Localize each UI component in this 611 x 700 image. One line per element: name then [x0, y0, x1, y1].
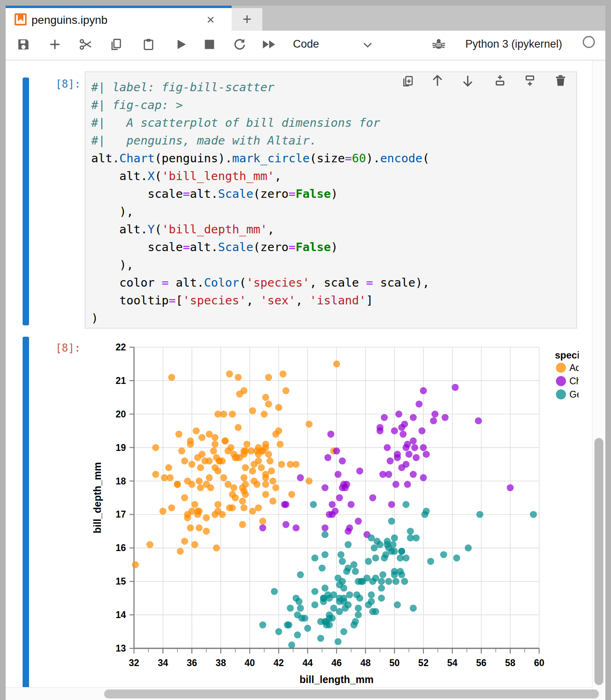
svg-text:40: 40: [245, 658, 255, 668]
kernel-idle-circle-icon: [583, 36, 595, 48]
svg-text:18: 18: [115, 476, 126, 486]
svg-text:17: 17: [115, 509, 126, 520]
interrupt-kernel-button[interactable]: [203, 38, 218, 52]
paste-icon: [142, 38, 157, 51]
svg-text:bill_length_mm: bill_length_mm: [299, 674, 373, 685]
chevron-down-icon[interactable]: [361, 40, 375, 52]
svg-text:bill_depth_mm: bill_depth_mm: [92, 462, 103, 533]
svg-text:22: 22: [115, 342, 126, 352]
arrow-up-icon: [431, 82, 444, 88]
insert-below-icon: [523, 82, 536, 88]
new-tab-button[interactable]: +: [232, 8, 262, 31]
duplicate-cell-button[interactable]: [402, 74, 415, 88]
svg-text:60: 60: [534, 658, 544, 668]
save-icon: [17, 38, 31, 51]
copy-cells-button[interactable]: [110, 38, 124, 52]
fast-forward-icon: [262, 38, 276, 51]
code-editor[interactable]: #| label: fig-bill-scatter#| fig-cap: >#…: [85, 71, 577, 329]
svg-text:19: 19: [115, 442, 126, 453]
play-icon: [174, 38, 189, 51]
svg-text:20: 20: [115, 409, 126, 419]
run-cell-button[interactable]: [174, 38, 189, 52]
cell-type-select[interactable]: Code: [293, 38, 319, 50]
insert-above-icon: [494, 82, 506, 88]
svg-text:44: 44: [302, 658, 313, 668]
code-lines: #| label: fig-bill-scatter#| fig-cap: >#…: [91, 78, 429, 327]
debugger-toggle[interactable]: [432, 37, 446, 53]
cut-cells-button[interactable]: [79, 38, 94, 52]
output-prompt: [8]:: [34, 339, 81, 357]
paste-cells-button[interactable]: [142, 38, 157, 52]
tab-title: penguins.ipynb: [31, 14, 107, 27]
move-cell-down-button[interactable]: [461, 74, 475, 88]
jupyterlab-window: penguins.ipynb × +: [0, 0, 611, 700]
svg-text:14: 14: [115, 610, 126, 620]
svg-text:42: 42: [274, 658, 284, 668]
svg-text:16: 16: [115, 543, 126, 553]
notebook-panel: penguins.ipynb × +: [6, 6, 605, 700]
svg-text:34: 34: [158, 658, 168, 668]
svg-text:Gentoo: Gentoo: [569, 389, 579, 400]
horizontal-scrollbar-thumb[interactable]: [104, 690, 599, 698]
bug-icon: [432, 46, 446, 53]
arrow-down-icon: [461, 82, 474, 88]
svg-text:50: 50: [389, 658, 400, 668]
notebook-icon: [15, 13, 27, 25]
close-tab-icon[interactable]: ×: [207, 11, 215, 27]
scissors-icon: [79, 38, 94, 51]
plus-icon: [48, 38, 63, 51]
delete-cell-button[interactable]: [554, 74, 568, 88]
svg-text:Adelie: Adelie: [569, 363, 579, 373]
svg-text:46: 46: [331, 658, 342, 668]
input-prompt: [8]:: [34, 75, 81, 93]
notebook-toolbar: Code Python 3 (ipykernel): [6, 31, 605, 60]
output-area: 3234363840424446485052545658601314151617…: [89, 333, 579, 688]
svg-text:15: 15: [115, 576, 126, 587]
move-cell-up-button[interactable]: [431, 74, 445, 88]
kernel-name[interactable]: Python 3 (ipykernel): [465, 38, 562, 50]
svg-text:13: 13: [115, 643, 126, 654]
svg-text:58: 58: [505, 658, 515, 668]
stop-icon: [203, 38, 218, 51]
svg-text:38: 38: [216, 658, 226, 668]
svg-text:Chinstrap: Chinstrap: [569, 376, 579, 386]
svg-text:54: 54: [447, 658, 458, 668]
restart-run-all-button[interactable]: [262, 38, 276, 52]
svg-text:56: 56: [476, 658, 487, 668]
input-collapser[interactable]: [23, 78, 29, 325]
vertical-scrollbar-thumb[interactable]: [594, 438, 603, 685]
restart-icon: [233, 38, 248, 51]
horizontal-scrollbar[interactable]: [6, 687, 592, 700]
output-collapser[interactable]: [23, 337, 29, 700]
svg-text:36: 36: [187, 658, 197, 668]
svg-text:48: 48: [360, 658, 371, 668]
tab-bar: penguins.ipynb × +: [6, 6, 605, 31]
restart-kernel-button[interactable]: [233, 38, 248, 52]
output-chart: 3234363840424446485052545658601314151617…: [89, 333, 579, 688]
duplicate-icon: [402, 82, 414, 88]
svg-text:species: species: [555, 350, 579, 360]
insert-cell-below-button[interactable]: [523, 74, 537, 88]
trash-icon: [554, 82, 567, 88]
svg-text:32: 32: [129, 658, 139, 668]
svg-text:21: 21: [115, 375, 126, 386]
svg-text:52: 52: [418, 658, 429, 668]
insert-cell-above-button[interactable]: [494, 74, 507, 88]
tab-penguins-ipynb[interactable]: penguins.ipynb ×: [6, 6, 232, 31]
save-button[interactable]: [17, 38, 31, 52]
insert-cell-button[interactable]: [48, 38, 63, 52]
copy-icon: [110, 38, 124, 51]
notebook-content: [8]: #| label: fig-bill-scatter#| fig-ca…: [6, 61, 592, 700]
vertical-scrollbar[interactable]: [592, 61, 605, 700]
